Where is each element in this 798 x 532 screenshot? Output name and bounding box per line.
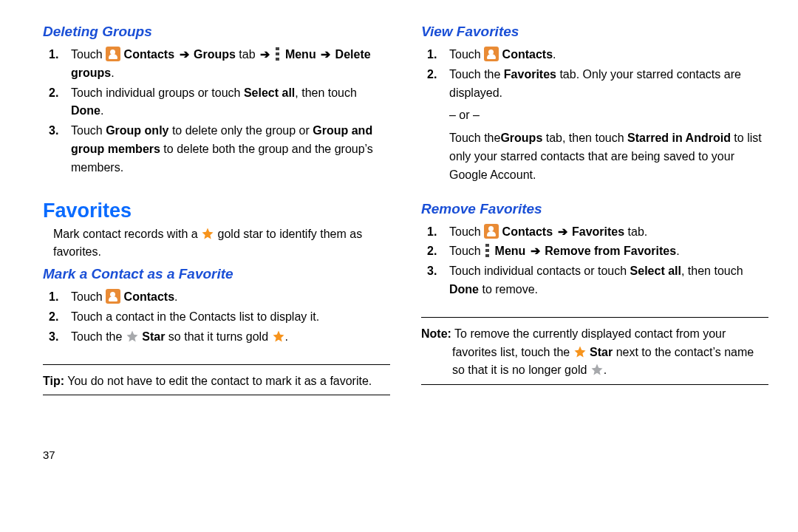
tip-block: Tip: You do not have to edit the contact… xyxy=(43,372,390,391)
heading-deleting-groups: Deleting Groups xyxy=(43,24,390,40)
contacts-icon xyxy=(484,47,499,61)
list-item: Touch individual contacts or touch Selec… xyxy=(446,262,768,299)
page-number: 37 xyxy=(43,404,390,461)
deleting-groups-steps: Touch Contacts ➔ Groups tab ➔ Menu ➔ Del… xyxy=(43,44,390,179)
list-item: Touch the Star so that it turns gold . xyxy=(68,328,390,347)
arrow-icon: ➔ xyxy=(259,46,271,64)
menu-icon xyxy=(485,244,490,257)
menu-icon xyxy=(276,47,280,61)
star-gold-icon xyxy=(201,227,214,240)
list-item: Touch individual groups or touch Select … xyxy=(68,84,390,121)
divider xyxy=(43,364,390,365)
mark-favorite-steps: Touch Contacts. Touch a contact in the C… xyxy=(43,287,390,347)
remove-favorites-steps: Touch Contacts ➔ Favorites tab. Touch Me… xyxy=(421,222,768,301)
left-column: Deleting Groups Touch Contacts ➔ Groups … xyxy=(43,22,390,461)
list-item: Touch a contact in the Contacts list to … xyxy=(68,308,390,327)
list-item: Touch Contacts ➔ Groups tab ➔ Menu ➔ Del… xyxy=(68,46,390,83)
list-item: Touch Group only to delete only the grou… xyxy=(68,122,390,177)
list-item: Touch the Favorites tab. Only your starr… xyxy=(446,66,768,185)
divider xyxy=(43,395,390,395)
heading-mark-favorite: Mark a Contact as a Favorite xyxy=(43,266,390,282)
arrow-icon: ➔ xyxy=(529,242,542,261)
heading-favorites: Favorites xyxy=(43,200,390,222)
contacts-icon xyxy=(106,289,120,304)
heading-view-favorites: View Favorites xyxy=(421,24,768,40)
right-column: View Favorites Touch Contacts. Touch the… xyxy=(421,22,768,461)
note-block: Note: To remove the currently displayed … xyxy=(421,325,768,380)
divider xyxy=(421,384,768,385)
heading-remove-favorites: Remove Favorites xyxy=(421,201,768,217)
list-item: Touch Menu ➔ Remove from Favorites. xyxy=(446,242,768,261)
favorites-intro: Mark contact records with a gold star to… xyxy=(53,225,390,262)
star-grey-icon xyxy=(126,330,139,343)
list-item: Touch Contacts. xyxy=(446,46,768,64)
arrow-icon: ➔ xyxy=(556,223,569,242)
list-item: Touch Contacts ➔ Favorites tab. xyxy=(446,223,768,242)
view-favorites-steps: Touch Contacts. Touch the Favorites tab.… xyxy=(421,44,768,186)
arrow-icon: ➔ xyxy=(178,46,191,64)
divider-or: – or – xyxy=(449,106,768,125)
star-grey-icon xyxy=(590,363,604,376)
view-alt: Touch theGroups tab, then touch Starred … xyxy=(449,129,768,184)
star-gold-icon xyxy=(573,345,587,358)
contacts-icon xyxy=(484,224,499,239)
arrow-icon: ➔ xyxy=(319,46,332,64)
divider xyxy=(421,317,768,318)
contacts-icon xyxy=(106,47,120,61)
list-item: Touch Contacts. xyxy=(68,288,390,307)
star-gold-icon xyxy=(272,330,285,343)
